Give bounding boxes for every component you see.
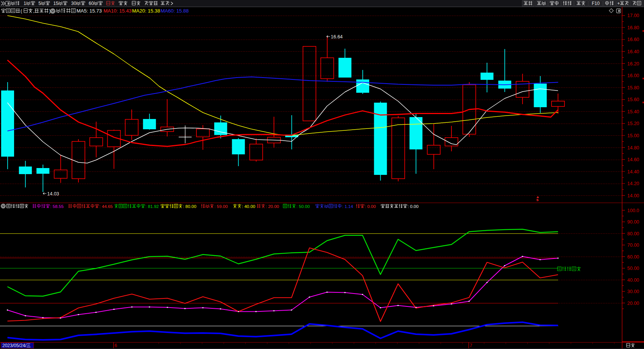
svg-text:: 58.55: : 58.55 bbox=[50, 204, 64, 209]
svg-text:16.40: 16.40 bbox=[627, 49, 639, 54]
svg-text:: 0.00: : 0.00 bbox=[408, 204, 419, 209]
svg-text:70.00: 70.00 bbox=[627, 243, 639, 248]
svg-text:30.00: 30.00 bbox=[627, 289, 639, 294]
svg-text:17.00: 17.00 bbox=[627, 13, 639, 18]
svg-text:16.60: 16.60 bbox=[627, 37, 639, 42]
svg-text:: 80.00: : 80.00 bbox=[183, 204, 196, 209]
svg-text:16.20: 16.20 bbox=[627, 61, 639, 67]
svg-text:5: 5 bbox=[38, 1, 41, 6]
svg-text:MA60: 15.88: MA60: 15.88 bbox=[161, 8, 189, 14]
svg-text:16.80: 16.80 bbox=[627, 25, 639, 30]
svg-text:20.00: 20.00 bbox=[627, 301, 639, 306]
svg-text:100.0: 100.0 bbox=[627, 208, 639, 213]
svg-text:: 44.65: : 44.65 bbox=[99, 204, 113, 209]
svg-text:+: + bbox=[617, 1, 620, 6]
svg-text:90.00: 90.00 bbox=[627, 219, 639, 225]
svg-text:: 1.14: : 1.14 bbox=[342, 204, 353, 209]
svg-text:60: 60 bbox=[89, 1, 94, 6]
svg-text:,: , bbox=[33, 8, 34, 14]
svg-text:15.40: 15.40 bbox=[627, 109, 639, 114]
svg-text:MA20: 15.38: MA20: 15.38 bbox=[132, 8, 160, 14]
svg-text:16.64: 16.64 bbox=[331, 34, 343, 40]
svg-text:14.80: 14.80 bbox=[627, 145, 639, 151]
svg-text:15.00: 15.00 bbox=[627, 133, 639, 138]
svg-text:15: 15 bbox=[53, 1, 59, 6]
svg-text:F10: F10 bbox=[592, 1, 600, 6]
svg-text:15.20: 15.20 bbox=[627, 121, 639, 126]
svg-text:15.80: 15.80 bbox=[627, 85, 639, 90]
svg-text:: 59.00: : 59.00 bbox=[214, 204, 228, 209]
svg-text:40.00: 40.00 bbox=[627, 278, 639, 283]
svg-text:1: 1 bbox=[24, 1, 26, 6]
svg-text:15.60: 15.60 bbox=[627, 97, 639, 102]
svg-text:50.00: 50.00 bbox=[627, 266, 639, 271]
svg-text:7: 7 bbox=[470, 343, 472, 348]
svg-text:80.00: 80.00 bbox=[627, 231, 639, 236]
svg-text:60.00: 60.00 bbox=[627, 254, 639, 260]
svg-text:: 50.00: : 50.00 bbox=[296, 204, 310, 209]
svg-text:: 40.00: : 40.00 bbox=[242, 204, 255, 209]
svg-text:s: s bbox=[536, 197, 539, 202]
svg-text:14.00: 14.00 bbox=[627, 193, 639, 198]
svg-text:14.60: 14.60 bbox=[627, 157, 639, 162]
svg-text:6: 6 bbox=[115, 343, 117, 348]
svg-text:: 20.00: : 20.00 bbox=[266, 204, 279, 209]
svg-text:14.03: 14.03 bbox=[47, 191, 59, 197]
svg-text:2023/05/24/: 2023/05/24/ bbox=[2, 343, 27, 348]
svg-text:14.20: 14.20 bbox=[627, 181, 639, 186]
svg-text:30: 30 bbox=[71, 1, 77, 6]
svg-text:14.40: 14.40 bbox=[627, 169, 639, 174]
svg-text:MA10: 15.43: MA10: 15.43 bbox=[104, 8, 132, 14]
svg-text:MA5: 15.73: MA5: 15.73 bbox=[77, 8, 102, 14]
svg-text:: 0.00: : 0.00 bbox=[365, 204, 376, 209]
svg-text:: 81.92: : 81.92 bbox=[145, 204, 159, 209]
svg-text:16.00: 16.00 bbox=[627, 73, 639, 78]
